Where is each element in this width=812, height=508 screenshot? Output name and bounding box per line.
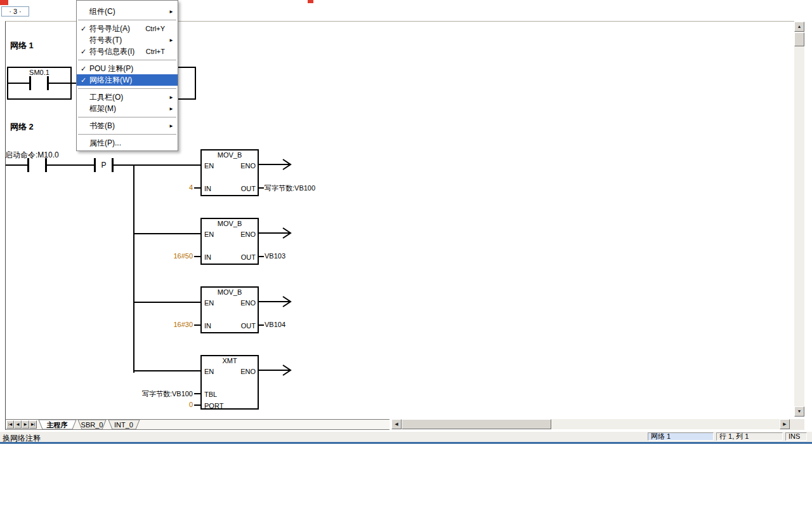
output-operand[interactable]: VB104 — [265, 321, 285, 328]
menu-item-components[interactable]: 组件(C) ► — [77, 6, 178, 17]
tab-int0-label[interactable]: INT_0 — [114, 421, 133, 429]
pin-tick — [259, 187, 264, 189]
submenu-arrow-icon: ► — [169, 9, 174, 15]
view-menu: 组件(C) ► ✓ 符号寻址(A) Ctrl+Y 符号表(T) ► ✓ 符号信息… — [76, 0, 178, 151]
contact-bar — [27, 158, 29, 172]
check-icon: ✓ — [81, 25, 89, 33]
tab-nav-next-button[interactable]: ▶ — [22, 420, 29, 429]
menu-item-label: 符号寻址(A) — [89, 23, 130, 34]
edge-contact-letter: P — [96, 161, 112, 170]
contact-sm01[interactable] — [29, 76, 49, 90]
vertical-scrollbar[interactable]: ▲ ▼ — [794, 22, 804, 417]
wire — [7, 83, 30, 84]
horizontal-scrollbar[interactable]: ◀ ▶ — [391, 419, 790, 429]
check-icon: ✓ — [81, 48, 89, 56]
zoom-spinner[interactable]: · 3 · — [1, 6, 29, 17]
pin-eno: ENO — [240, 162, 256, 170]
menu-item-toolbars[interactable]: 工具栏(O) ► — [77, 91, 178, 103]
wire — [134, 233, 202, 234]
instruction-box-movb-1[interactable]: MOV_B EN ENO IN OUT — [200, 149, 259, 196]
output-arrow-icon — [259, 364, 294, 377]
pin-in: IN — [204, 253, 211, 261]
window-bottom-edge — [0, 442, 812, 444]
output-arrow-icon — [259, 158, 294, 171]
scroll-up-button[interactable]: ▲ — [794, 22, 804, 32]
submenu-arrow-icon: ► — [169, 95, 174, 100]
tab-nav-first-button[interactable]: |◀ — [6, 420, 14, 429]
horizontal-scroll-thumb[interactable] — [402, 419, 551, 429]
pou-tabs: 主程序 SBR_0 INT_0 — [37, 420, 390, 429]
right-arrow-icon: ▶ — [783, 422, 786, 426]
input-value[interactable]: 16#30 — [142, 321, 193, 328]
positive-edge-contact[interactable]: P — [94, 158, 114, 172]
wire — [47, 164, 95, 166]
tab-sbr0-label[interactable]: SBR_0 — [81, 421, 103, 429]
left-arrow-icon: ◀ — [395, 422, 398, 426]
input-value[interactable]: 4 — [142, 184, 193, 191]
menu-separator — [78, 134, 176, 135]
menu-item-frames[interactable]: 框架(M) ► — [77, 103, 178, 114]
tab-main-program-label[interactable]: 主程序 — [47, 421, 68, 429]
status-bar: 换网络注释 网络 1 行 1, 列 1 INS — [0, 432, 812, 442]
branch-wire — [133, 164, 134, 373]
pin-tick — [194, 187, 200, 189]
pin-tick — [259, 324, 264, 326]
contact-start-command[interactable] — [27, 158, 47, 172]
menu-item-symbol-addressing[interactable]: ✓ 符号寻址(A) Ctrl+Y — [77, 23, 178, 34]
instruction-box-movb-2[interactable]: MOV_B EN ENO IN OUT — [200, 218, 259, 265]
scrollbar-corner — [790, 419, 804, 430]
menu-item-symbol-info-table[interactable]: ✓ 符号信息表(I) Ctrl+T — [77, 46, 178, 57]
menu-item-symbol-table[interactable]: 符号表(T) ► — [77, 34, 178, 46]
scroll-down-button[interactable]: ▼ — [794, 406, 804, 417]
submenu-arrow-icon: ► — [169, 123, 174, 129]
pou-tab-bar: |◀ ◀ ▶ ▶| 主程序 SBR_0 INT_0 — [5, 419, 390, 430]
pin-out: OUT — [241, 322, 256, 330]
menu-item-label: 符号表(T) — [89, 35, 122, 46]
menu-item-label: 书签(B) — [89, 121, 115, 131]
menu-item-network-comments[interactable]: ✓ 网络注释(W) — [77, 74, 178, 86]
pin-tick — [194, 404, 200, 406]
pin-tbl: TBL — [204, 391, 217, 398]
status-position-panel: 行 1, 列 1 — [716, 432, 783, 441]
pin-tick — [259, 256, 264, 257]
submenu-arrow-icon: ► — [169, 106, 174, 112]
input-value[interactable]: 16#50 — [142, 252, 193, 260]
menu-item-label: 组件(C) — [89, 6, 115, 17]
prev-tab-icon: ◀ — [16, 422, 20, 426]
menu-separator — [78, 88, 176, 89]
input-operand[interactable]: 写字节数:VB100 — [129, 389, 193, 399]
box-title: XMT — [202, 357, 258, 364]
instruction-box-movb-3[interactable]: MOV_B EN ENO IN OUT — [200, 286, 259, 333]
wire — [134, 302, 202, 303]
toolbar-icon-fragment[interactable] — [0, 0, 8, 5]
pin-out: OUT — [241, 185, 256, 192]
tab-nav-prev-button[interactable]: ◀ — [14, 420, 22, 429]
menu-separator — [78, 60, 176, 60]
status-network-panel: 网络 1 — [648, 432, 714, 441]
next-tab-icon: ▶ — [24, 422, 27, 426]
output-operand[interactable]: 写字节数:VB100 — [265, 184, 315, 193]
menu-item-label: 工具栏(O) — [89, 92, 123, 103]
wire — [134, 370, 202, 371]
scroll-right-button[interactable]: ▶ — [780, 419, 790, 429]
vertical-scroll-thumb[interactable] — [794, 32, 804, 46]
menu-separator — [78, 117, 176, 117]
output-operand[interactable]: VB103 — [265, 252, 285, 260]
menu-item-pou-comments[interactable]: ✓ POU 注释(P) — [77, 63, 178, 74]
down-arrow-icon: ▼ — [797, 409, 802, 413]
tab-nav-last-button[interactable]: ▶| — [29, 420, 37, 429]
pin-port: PORT — [204, 402, 223, 410]
pin-en: EN — [204, 368, 214, 375]
instruction-box-xmt[interactable]: XMT EN ENO TBL PORT — [200, 355, 259, 410]
submenu-arrow-icon: ► — [169, 37, 174, 43]
toolbar-icon-fragment-2[interactable] — [308, 0, 313, 3]
scroll-left-button[interactable]: ◀ — [391, 419, 402, 429]
input-value[interactable]: 0 — [142, 401, 193, 408]
wire — [114, 164, 202, 166]
pin-tick — [194, 256, 200, 257]
last-tab-icon: ▶| — [31, 422, 35, 426]
menu-item-bookmarks[interactable]: 书签(B) ► — [77, 120, 178, 131]
menu-item-properties[interactable]: 属性(P)... — [77, 137, 178, 149]
pin-tick — [194, 324, 200, 326]
status-insert-mode-panel: INS — [785, 432, 807, 441]
